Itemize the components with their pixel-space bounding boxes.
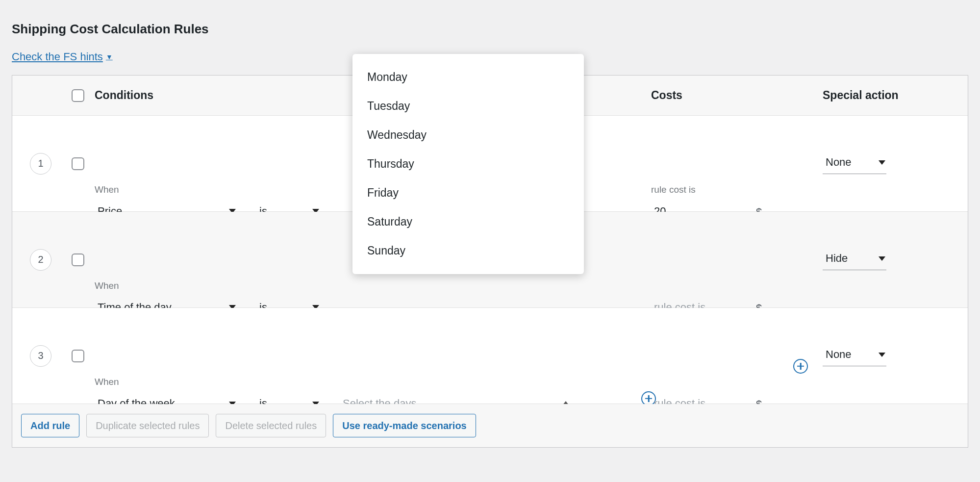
days-option[interactable]: Sunday xyxy=(352,236,584,265)
days-option[interactable]: Friday xyxy=(352,178,584,207)
rule-checkbox[interactable] xyxy=(72,254,84,266)
add-rule-button[interactable]: Add rule xyxy=(21,414,79,437)
cost-label: rule cost is xyxy=(651,184,696,195)
special-action-value: None xyxy=(826,348,852,361)
page-title: Shipping Cost Calculation Rules xyxy=(12,22,968,37)
rule-row: 3 When Day of the week is Select the day… xyxy=(12,308,968,404)
rule-checkbox[interactable] xyxy=(72,350,84,362)
days-option[interactable]: Monday xyxy=(352,63,584,92)
chevron-down-icon xyxy=(879,160,885,165)
days-option[interactable]: Tuesday xyxy=(352,92,584,121)
special-action-value: Hide xyxy=(826,252,848,265)
chevron-down-icon: ▼ xyxy=(106,53,113,61)
fs-hints-link[interactable]: Check the FS hints ▼ xyxy=(12,51,113,63)
select-all-checkbox[interactable] xyxy=(72,89,84,102)
when-label: When xyxy=(95,280,119,291)
duplicate-rules-button[interactable]: Duplicate selected rules xyxy=(86,414,209,437)
plus-icon xyxy=(793,359,808,374)
col-conditions-label: Conditions xyxy=(95,89,153,101)
days-option[interactable]: Saturday xyxy=(352,207,584,236)
special-action-select[interactable]: None xyxy=(823,345,886,366)
special-action-select[interactable]: Hide xyxy=(823,249,886,270)
days-dropdown[interactable]: MondayTuesdayWednesdayThursdayFridaySatu… xyxy=(352,54,584,274)
rule-checkbox[interactable] xyxy=(72,157,84,170)
col-special-label: Special action xyxy=(823,89,899,101)
rule-index: 1 xyxy=(30,153,51,175)
ready-made-scenarios-button[interactable]: Use ready-made scenarios xyxy=(333,414,476,437)
chevron-down-icon xyxy=(879,353,885,357)
rules-actions: Add rule Duplicate selected rules Delete… xyxy=(12,404,968,447)
rule-index: 2 xyxy=(30,249,51,271)
col-costs-label: Costs xyxy=(651,89,682,101)
days-option[interactable]: Wednesday xyxy=(352,121,584,150)
chevron-down-icon xyxy=(879,256,885,261)
fs-hints-label: Check the FS hints xyxy=(12,51,103,63)
rules-panel: Conditions Costs Special action 1 When P… xyxy=(12,75,968,448)
rule-index: 3 xyxy=(30,345,51,367)
when-label: When xyxy=(95,377,119,387)
special-action-select[interactable]: None xyxy=(823,153,886,174)
add-cost-button[interactable] xyxy=(793,359,808,375)
days-option[interactable]: Thursday xyxy=(352,150,584,178)
special-action-value: None xyxy=(826,156,852,169)
delete-rules-button[interactable]: Delete selected rules xyxy=(216,414,326,437)
when-label: When xyxy=(95,184,119,195)
